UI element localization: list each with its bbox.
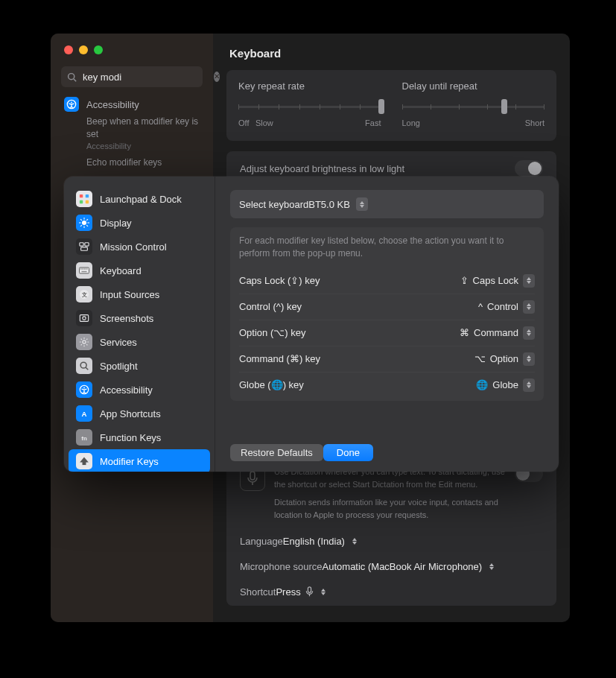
screenshots-icon (76, 310, 92, 326)
window-controls (51, 34, 213, 54)
svg-point-34 (83, 340, 86, 343)
svg-rect-7 (86, 194, 89, 197)
category-item-app-shortcuts[interactable]: AApp Shortcuts (69, 402, 210, 425)
category-item-spotlight[interactable]: Spotlight (69, 354, 210, 378)
modifier-key-label: Option (⌥) key (239, 327, 305, 338)
svg-line-15 (80, 219, 82, 221)
svg-rect-4 (250, 472, 255, 480)
category-item-label: Input Sources (100, 289, 159, 300)
svg-line-17 (80, 225, 82, 226)
svg-rect-25 (83, 268, 83, 269)
svg-rect-32 (80, 315, 88, 322)
chevron-up-down-icon (523, 326, 535, 340)
svg-rect-22 (79, 267, 89, 273)
svg-rect-5 (308, 587, 311, 593)
category-item-label: Keyboard (100, 265, 142, 276)
category-item-screenshots[interactable]: Screenshots (69, 306, 210, 330)
select-keyboard-dropdown[interactable]: Select keyboard BT5.0 KB (230, 190, 544, 218)
svg-rect-41 (83, 462, 86, 465)
search-input[interactable] (81, 71, 209, 83)
search-icon (67, 72, 77, 82)
modifier-key-value: ^Control (478, 300, 535, 314)
category-item-display[interactable]: Display (69, 211, 210, 235)
category-item-keyboard[interactable]: Keyboard (69, 259, 210, 282)
chevron-up-down-icon (523, 352, 535, 366)
category-item-accessibility[interactable]: Accessibility (69, 378, 210, 402)
svg-rect-19 (80, 243, 83, 246)
sidebar-item-accessibility[interactable]: Accessibility (61, 95, 203, 114)
svg-rect-27 (86, 268, 86, 269)
category-item-mission-control[interactable]: Mission Control (69, 235, 210, 259)
svg-rect-24 (82, 268, 83, 269)
svg-rect-21 (81, 247, 88, 250)
svg-point-0 (69, 73, 74, 79)
modifier-key-value: ⌘Command (460, 326, 535, 340)
category-item-label: Display (100, 218, 132, 229)
svg-rect-26 (84, 268, 85, 269)
svg-line-1 (74, 78, 76, 80)
launchpad-dock-icon (76, 191, 92, 207)
services-icon (76, 334, 92, 350)
microphone-source-row[interactable]: Microphone source Automatic (MacBook Air… (238, 554, 544, 579)
dictation-description: Use Dictation wherever you can type text… (274, 466, 507, 521)
brightness-toggle[interactable] (515, 160, 543, 177)
modifier-row-control[interactable]: Control (^) key^Control (239, 294, 535, 320)
brightness-label: Adjust keyboard brightness in low light (240, 163, 404, 174)
category-item-input-sources[interactable]: 文Input Sources (69, 282, 210, 306)
chevron-up-down-icon (356, 197, 368, 211)
modifier-row-globe[interactable]: Globe (🌐) key🌐Globe (239, 372, 535, 398)
svg-rect-9 (86, 200, 89, 203)
modifier-row-option[interactable]: Command (⌘) key⌥Option (239, 346, 535, 372)
page-title: Keyboard (229, 47, 556, 60)
keyboard-icon (76, 262, 92, 279)
delay-until-repeat-label: Delay until repeat (402, 80, 545, 92)
category-item-label: Screenshots (100, 313, 153, 324)
svg-rect-6 (80, 194, 83, 197)
chevron-up-down-icon (349, 535, 360, 547)
category-item-label: Accessibility (100, 384, 153, 396)
category-item-services[interactable]: Services (69, 330, 210, 354)
modifier-row-caps-lock[interactable]: Caps Lock (⇪) key⇪Caps Lock (239, 268, 535, 294)
svg-point-10 (82, 221, 86, 225)
microphone-icon (305, 586, 314, 597)
shortcut-row[interactable]: Shortcut Press (238, 579, 544, 604)
svg-rect-20 (85, 243, 89, 246)
close-window-button[interactable] (64, 45, 73, 54)
input-sources-icon: 文 (76, 286, 92, 302)
search-field[interactable]: ✕ (61, 66, 203, 87)
category-item-launchpad-dock[interactable]: Launchpad & Dock (69, 187, 210, 211)
search-result-sub[interactable]: Beep when a modifier key is set Accessib… (86, 114, 203, 156)
modifier-keys-icon (76, 453, 92, 469)
language-row[interactable]: Language English (India) (238, 528, 544, 554)
category-item-label: Mission Control (100, 241, 167, 253)
modifier-key-value: ⌥Option (474, 352, 535, 366)
done-button[interactable]: Done (323, 444, 373, 461)
modifier-keys-description: For each modifier key listed below, choo… (239, 235, 535, 261)
modifier-key-value: 🌐Globe (476, 378, 535, 392)
delay-until-repeat-slider[interactable] (402, 99, 545, 114)
modifier-row-command[interactable]: Option (⌥) key⌘Command (239, 320, 535, 346)
chevron-up-down-icon (523, 274, 535, 288)
svg-line-18 (86, 219, 88, 221)
chevron-up-down-icon (523, 378, 535, 392)
search-result-sub[interactable]: Echo modifier keys (86, 156, 203, 174)
minimize-window-button[interactable] (79, 45, 88, 54)
mission-control-icon (76, 238, 92, 255)
category-item-label: Modifier Keys (100, 456, 159, 467)
category-item-label: Services (100, 337, 137, 348)
search-results: Accessibility Beep when a modifier key i… (51, 95, 213, 174)
accessibility-icon (76, 381, 92, 398)
modifier-keys-panel: Select keyboard BT5.0 KB For each modifi… (215, 177, 559, 472)
accessibility-icon (64, 97, 79, 112)
svg-rect-28 (87, 268, 88, 269)
modifier-key-label: Globe (🌐) key (239, 379, 304, 390)
svg-text:A: A (82, 410, 87, 418)
key-repeat-rate-slider[interactable] (238, 99, 381, 114)
keyboard-shortcuts-sheet: Launchpad & DockDisplayMission ControlKe… (64, 177, 559, 472)
zoom-window-button[interactable] (94, 45, 103, 54)
category-item-modifier-keys[interactable]: Modifier Keys (69, 449, 210, 472)
chevron-up-down-icon (523, 300, 535, 314)
svg-text:fn: fn (81, 435, 87, 442)
restore-defaults-button[interactable]: Restore Defaults (230, 444, 323, 461)
category-item-function-keys[interactable]: fnFunction Keys (69, 425, 210, 449)
